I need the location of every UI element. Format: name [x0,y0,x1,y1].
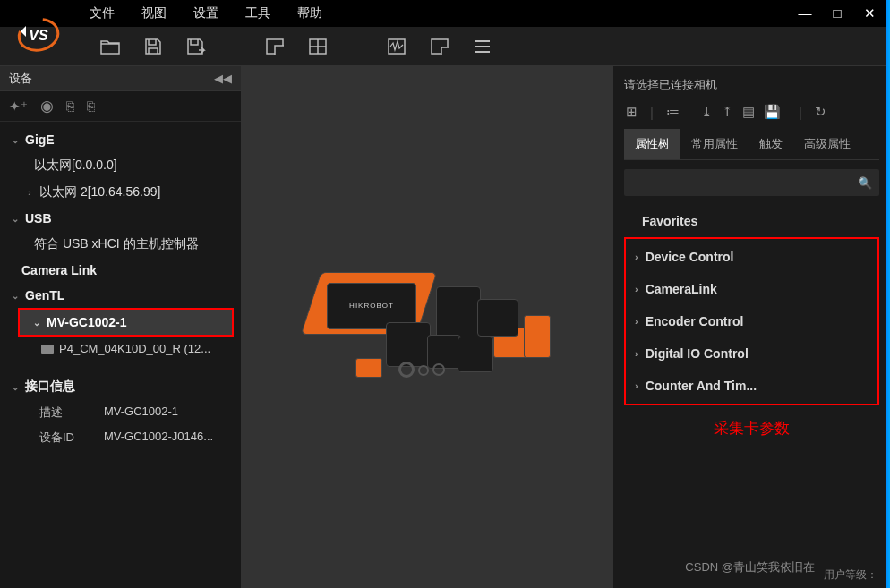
prop-save2-icon[interactable]: 💾 [764,104,781,120]
tree-gentl-device[interactable]: ⌄MV-GC1002-1 [20,310,232,335]
tab-advanced[interactable]: 高级属性 [793,129,861,159]
prop-cameralink[interactable]: ›CameraLink [629,273,874,305]
tree-eth0[interactable]: 以太网[0.0.0.0] [0,152,241,179]
dev-action1-icon[interactable]: ⎘ [66,98,74,114]
open-icon[interactable] [98,35,122,58]
prop-refresh-icon[interactable]: ↻ [815,104,826,120]
property-search[interactable]: 🔍 [624,169,879,196]
info-desc: 描述MV-GC1002-1 [0,400,241,425]
properties-toolbar: ⊞ | ≔ ⤓ ⤒ ▤ 💾 | ↻ [624,100,879,129]
prop-add-icon[interactable]: ⊞ [626,104,638,120]
waveform-icon[interactable] [385,35,408,58]
tree-gentl[interactable]: ⌄GenTL [0,283,241,308]
menu-help[interactable]: 帮助 [297,5,322,21]
highlight-selected-device: ⌄MV-GC1002-1 [18,308,234,337]
layout1-icon[interactable] [263,35,287,58]
window-controls: — □ ✕ [797,5,890,21]
sidebar-title: 设备 [9,71,32,87]
main-toolbar [0,27,890,66]
menu-settings[interactable]: 设置 [193,5,218,21]
device-sidebar: 设备 ◀◀ ✦⁺ ◉ ⎘ ⎘ ⌄GigE 以太网[0.0.0.0] ›以太网 2… [0,66,242,588]
highlight-capture-params: ›Device Control ›CameraLink ›Encoder Con… [624,237,879,405]
title-bar: 文件 视图 设置 工具 帮助 — □ ✕ [0,0,890,27]
viewport: HIKROBOT [242,66,612,588]
sidebar-header: 设备 ◀◀ [0,66,241,91]
info-id: 设备IDMV-GC1002-J0146... [0,425,241,450]
main-area: 设备 ◀◀ ✦⁺ ◉ ⎘ ⎘ ⌄GigE 以太网[0.0.0.0] ›以太网 2… [0,66,890,588]
refresh-connect-icon[interactable]: ✦⁺ [9,98,28,115]
properties-prompt: 请选择已连接相机 [624,73,879,100]
prop-export-icon[interactable]: ⤒ [722,104,733,120]
svg-text:VS: VS [29,28,48,43]
product-hero-image: HIKROBOT [302,265,552,390]
tree-eth1[interactable]: ›以太网 2[10.64.56.99] [0,179,241,206]
prop-save1-icon[interactable]: ▤ [742,104,755,120]
device-toolbar: ✦⁺ ◉ ⎘ ⎘ [0,91,241,122]
layout2-icon[interactable] [306,35,329,58]
watermark: CSDN @青山笑我依旧在 [685,559,815,575]
prop-favorites[interactable]: Favorites [624,205,879,237]
tree-camlink[interactable]: Camera Link [0,258,241,283]
prop-device-control[interactable]: ›Device Control [629,241,874,273]
main-menu: 文件 视图 设置 工具 帮助 [90,5,322,21]
app-logo: VS [13,14,64,55]
tab-trigger[interactable]: 触发 [749,129,793,159]
tree-usb-host[interactable]: 符合 USB xHCI 的主机控制器 [0,231,241,258]
save-as-icon[interactable] [184,35,208,58]
tab-common-props[interactable]: 常用属性 [680,129,749,159]
camera-icon [41,345,54,354]
collapse-sidebar-icon[interactable]: ◀◀ [214,72,232,85]
property-tabs: 属性树 常用属性 触发 高级属性 [624,129,879,160]
svg-rect-3 [275,46,284,55]
prop-import-icon[interactable]: ⤓ [701,104,713,120]
device-tree: ⌄GigE 以太网[0.0.0.0] ›以太网 2[10.64.56.99] ⌄… [0,122,241,588]
menu-tools[interactable]: 工具 [245,5,270,21]
annotation-label: 采集卡参数 [624,405,879,451]
tree-gige[interactable]: ⌄GigE [0,127,241,152]
save-icon[interactable] [141,35,165,58]
prop-digital-io[interactable]: ›Digital IO Control [629,337,874,370]
search-icon: 🔍 [858,176,872,190]
tree-interface-info[interactable]: ⌄接口信息 [0,373,241,400]
properties-panel: 请选择已连接相机 ⊞ | ≔ ⤓ ⤒ ▤ 💾 | ↻ 属性树 常用属性 触发 高… [612,66,890,588]
play-icon[interactable]: ◉ [40,97,54,115]
dev-action2-icon[interactable]: ⎘ [87,98,95,114]
maximize-button[interactable]: □ [829,5,845,21]
minimize-button[interactable]: — [797,5,813,21]
list-icon[interactable] [471,35,494,58]
menu-file[interactable]: 文件 [90,5,115,21]
grid-icon[interactable] [428,35,451,58]
tab-property-tree[interactable]: 属性树 [624,129,680,159]
prop-encoder-control[interactable]: ›Encoder Control [629,305,874,337]
close-button[interactable]: ✕ [861,5,877,21]
menu-view[interactable]: 视图 [141,5,167,21]
footer: 用户等级： [824,567,877,583]
prop-list-icon[interactable]: ≔ [666,104,680,120]
window-edge [886,0,890,588]
tree-usb[interactable]: ⌄USB [0,206,241,231]
prop-counter-timer[interactable]: ›Counter And Tim... [629,370,874,402]
svg-rect-9 [441,47,449,55]
tree-gentl-camera[interactable]: P4_CM_04K10D_00_R (12... [0,337,241,361]
user-level-label: 用户等级： [824,567,877,583]
property-tree: Favorites ›Device Control ›CameraLink ›E… [624,205,879,588]
